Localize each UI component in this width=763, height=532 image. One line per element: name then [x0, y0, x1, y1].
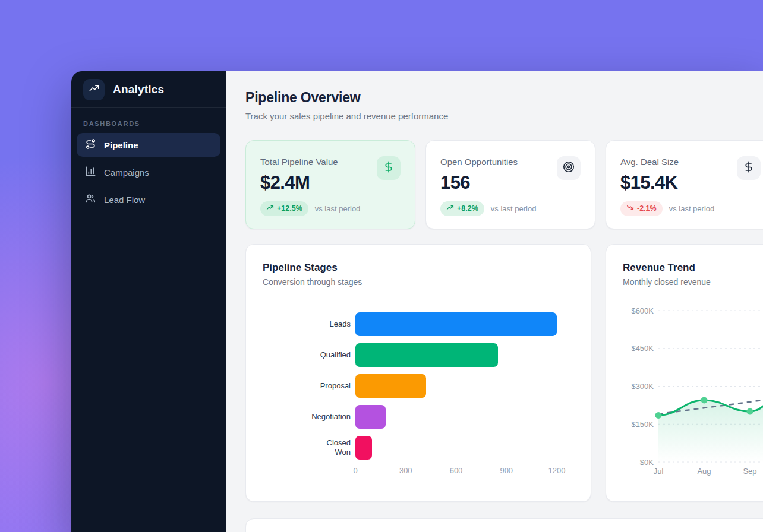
page-title: Pipeline Overview [245, 89, 763, 106]
y-axis-tick: $0K [640, 458, 654, 467]
change-badge: -2.1% [620, 201, 663, 216]
bar-row: Qualified [263, 340, 574, 370]
sidebar-divider [71, 107, 226, 108]
sidebar-item-label: Campaigns [104, 167, 149, 178]
bar-category-label: Qualified [263, 350, 351, 360]
stat-footer: +8.2% vs last period [440, 201, 536, 216]
page-subtitle: Track your sales pipeline and revenue pe… [245, 110, 763, 122]
target-icon [562, 160, 575, 176]
chart-header: Pipeline Stages Conversion through stage… [263, 261, 574, 287]
change-badge: +8.2% [440, 201, 484, 216]
analytics-logo [83, 79, 105, 100]
bottom-card [245, 518, 763, 532]
bar-row: Proposal [263, 370, 574, 401]
chart-subtitle: Conversion through stages [263, 277, 574, 287]
stat-icon-chip [557, 156, 581, 180]
sidebar-item-label: Pipeline [104, 140, 138, 150]
trending-up-icon [266, 204, 274, 213]
trending-down-icon [626, 204, 634, 213]
change-value: -2.1% [637, 204, 657, 213]
bar-row: Closed Won [263, 432, 574, 463]
comparison-note: vs last period [669, 204, 715, 213]
bar-row: Leads [263, 309, 574, 340]
sidebar: Analytics DASHBOARDS Pipeline Campaigns [71, 71, 226, 532]
x-axis-tick: 1200 [548, 466, 566, 475]
sidebar-item-lead-flow[interactable]: Lead Flow [77, 188, 220, 211]
bar-track [355, 405, 574, 429]
y-axis-tick: $150K [631, 420, 654, 429]
x-axis-tick: 0 [353, 466, 357, 475]
chart-title: Pipeline Stages [263, 261, 574, 274]
x-axis-tick: 600 [450, 466, 463, 475]
comparison-note: vs last period [491, 204, 537, 213]
main-content: Pipeline Overview Track your sales pipel… [226, 71, 763, 532]
route-icon [85, 138, 96, 151]
bar-leads[interactable] [355, 312, 557, 336]
x-axis-tick: Aug [697, 467, 711, 476]
y-axis-tick: $600K [631, 306, 654, 315]
sidebar-section-label: DASHBOARDS [83, 120, 214, 127]
bar-category-label: Negotiation [263, 412, 351, 422]
data-point[interactable] [655, 412, 662, 419]
trending-up-icon [446, 204, 454, 213]
brand-title: Analytics [113, 83, 164, 96]
dollar-icon [382, 160, 395, 176]
change-badge: +12.5% [260, 201, 308, 216]
revenue-trend-card: Revenue Trend Monthly closed revenue $60… [606, 244, 763, 502]
bar-negotiation[interactable] [355, 405, 386, 429]
chart-subtitle: Monthly closed revenue [623, 277, 763, 287]
stat-footer: -2.1% vs last period [620, 201, 714, 216]
trending-up-icon [89, 83, 100, 96]
users-icon [85, 193, 96, 206]
bar-category-label: Proposal [263, 381, 351, 391]
bar-row: Negotiation [263, 401, 574, 432]
pipeline-xaxis: 03006009001200 [355, 466, 574, 477]
stat-card-total-pipeline-value[interactable]: Total Pipeline Value $2.4M +12.5% vs las… [245, 140, 415, 229]
bar-closed-won[interactable] [355, 436, 372, 460]
pipeline-bars: LeadsQualifiedProposalNegotiationClosed … [263, 309, 574, 463]
chart-title: Revenue Trend [623, 261, 763, 274]
app-window: Analytics DASHBOARDS Pipeline Campaigns [71, 71, 763, 532]
bar-chart-icon [85, 166, 96, 179]
change-value: +12.5% [277, 204, 302, 213]
stat-footer: +12.5% vs last period [260, 201, 360, 216]
sidebar-item-campaigns[interactable]: Campaigns [77, 160, 220, 184]
bar-track [355, 374, 574, 398]
pipeline-stages-card: Pipeline Stages Conversion through stage… [245, 244, 591, 502]
change-value: +8.2% [457, 204, 478, 213]
bar-proposal[interactable] [355, 374, 426, 398]
bar-category-label: Leads [263, 319, 351, 329]
bar-track [355, 343, 574, 367]
sidebar-item-label: Lead Flow [104, 195, 145, 205]
x-axis-tick: Jul [654, 467, 664, 476]
stat-icon-chip [737, 156, 761, 180]
bar-track [355, 436, 574, 460]
stat-card-open-opportunities[interactable]: Open Opportunities 156 +8.2% vs last per… [425, 140, 595, 229]
sidebar-nav: Pipeline Campaigns Lead Flow [71, 133, 226, 215]
x-axis-tick: Sep [743, 467, 756, 476]
y-axis-tick: $450K [631, 344, 654, 353]
data-point[interactable] [701, 397, 708, 403]
data-point[interactable] [747, 408, 753, 415]
y-axis-tick: $300K [631, 382, 654, 391]
sidebar-item-pipeline[interactable]: Pipeline [77, 133, 220, 157]
stat-icon-chip [377, 156, 401, 180]
stat-card-avg-deal-size[interactable]: Avg. Deal Size $15.4K -2.1% vs last peri… [606, 140, 763, 229]
x-axis-tick: 900 [500, 466, 513, 475]
charts-row: Pipeline Stages Conversion through stage… [245, 244, 763, 502]
area-fill [658, 379, 763, 462]
comparison-note: vs last period [315, 204, 361, 213]
chart-header: Revenue Trend Monthly closed revenue [623, 261, 763, 287]
brand: Analytics [71, 71, 226, 107]
stats-row: Total Pipeline Value $2.4M +12.5% vs las… [245, 140, 763, 229]
bar-qualified[interactable] [355, 343, 498, 367]
bar-track [355, 312, 574, 336]
dollar-icon [742, 160, 755, 176]
bar-category-label: Closed Won [263, 438, 351, 457]
x-axis-tick: 300 [399, 466, 412, 475]
